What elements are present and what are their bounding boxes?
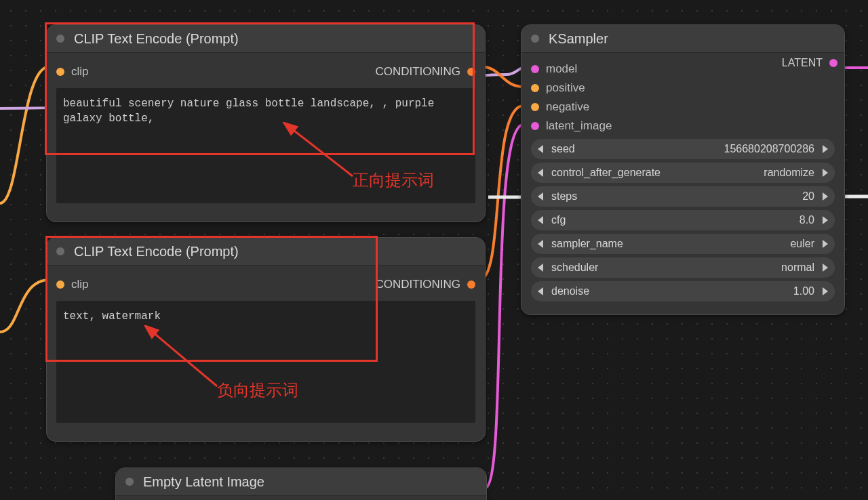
increment-arrow-icon[interactable] [823, 169, 828, 177]
node-title: CLIP Text Encode (Prompt) [74, 31, 239, 47]
port-dot-icon [531, 65, 539, 73]
decrement-arrow-icon[interactable] [538, 240, 543, 248]
node-header[interactable]: CLIP Text Encode (Prompt) [47, 238, 485, 266]
widget-label: denoise [551, 285, 589, 297]
widget-label: cfg [551, 214, 566, 226]
output-label: LATENT [782, 57, 823, 69]
widget-value[interactable]: 20 [802, 190, 814, 203]
collapse-dot-icon[interactable] [56, 35, 64, 43]
input-port-negative[interactable]: negative [531, 98, 835, 117]
port-label: clip [71, 65, 89, 79]
widget-value[interactable]: randomize [764, 167, 814, 179]
node-header[interactable]: Empty Latent Image [116, 468, 486, 496]
output-label: CONDITIONING [375, 65, 460, 79]
widget-label: steps [551, 190, 577, 203]
collapse-dot-icon[interactable] [531, 35, 539, 43]
port-dot-icon [531, 122, 539, 130]
annotation-positive-label: 正向提示词 [353, 169, 434, 191]
increment-arrow-icon[interactable] [823, 216, 828, 224]
prompt-textarea-negative[interactable] [56, 301, 475, 423]
widget-value[interactable]: euler [790, 238, 814, 250]
annotation-negative-label: 负向提示词 [217, 379, 298, 401]
widget-scheduler[interactable]: schedulernormal [531, 257, 835, 278]
port-dot-icon[interactable] [829, 59, 837, 67]
increment-arrow-icon[interactable] [823, 287, 828, 295]
port-label: positive [546, 81, 585, 95]
port-dot-icon[interactable] [467, 68, 475, 76]
widget-value[interactable]: 1.00 [793, 285, 814, 297]
node-clip-negative[interactable]: CLIP Text Encode (Prompt) clip CONDITION… [46, 237, 486, 442]
widget-steps[interactable]: steps20 [531, 186, 835, 207]
port-label: model [546, 62, 577, 76]
decrement-arrow-icon[interactable] [538, 145, 543, 153]
node-clip-positive[interactable]: CLIP Text Encode (Prompt) clip CONDITION… [46, 24, 486, 222]
increment-arrow-icon[interactable] [823, 264, 828, 272]
port-dot-icon [531, 103, 539, 111]
output-label: CONDITIONING [375, 278, 460, 291]
widget-value[interactable]: 8.0 [800, 214, 814, 226]
widget-value[interactable]: normal [781, 262, 814, 274]
input-port-latent-image[interactable]: latent_image [531, 117, 835, 136]
port-dot-icon [531, 84, 539, 92]
port-label: latent_image [546, 119, 612, 133]
input-port-clip[interactable]: clip CONDITIONING [56, 62, 475, 81]
decrement-arrow-icon[interactable] [538, 216, 543, 224]
widget-value[interactable]: 156680208700286 [724, 143, 814, 155]
node-title: KSampler [549, 31, 608, 47]
decrement-arrow-icon[interactable] [538, 264, 543, 272]
node-ksampler[interactable]: KSampler LATENT model positive negative … [521, 24, 845, 315]
widget-label: scheduler [551, 262, 598, 274]
node-empty-latent[interactable]: Empty Latent Image [115, 467, 487, 500]
decrement-arrow-icon[interactable] [538, 192, 543, 201]
input-port-positive[interactable]: positive [531, 79, 835, 98]
port-label: negative [546, 100, 589, 114]
node-title: Empty Latent Image [143, 474, 264, 490]
decrement-arrow-icon[interactable] [538, 169, 543, 177]
node-header[interactable]: CLIP Text Encode (Prompt) [47, 25, 485, 53]
widget-label: seed [551, 143, 575, 155]
widget-label: sampler_name [551, 238, 623, 250]
port-dot-icon [56, 280, 64, 289]
increment-arrow-icon[interactable] [823, 145, 828, 153]
increment-arrow-icon[interactable] [823, 240, 828, 248]
collapse-dot-icon[interactable] [125, 478, 134, 486]
input-port-clip[interactable]: clip CONDITIONING [56, 275, 475, 294]
node-header[interactable]: KSampler [521, 25, 844, 53]
port-dot-icon [56, 68, 64, 76]
widget-control-after-generate[interactable]: control_after_generaterandomize [531, 163, 835, 183]
widget-seed[interactable]: seed156680208700286 [531, 139, 835, 159]
node-title: CLIP Text Encode (Prompt) [74, 244, 239, 259]
port-dot-icon[interactable] [467, 280, 475, 289]
widget-denoise[interactable]: denoise1.00 [531, 281, 835, 301]
port-label: clip [71, 278, 89, 291]
decrement-arrow-icon[interactable] [538, 287, 543, 295]
widget-label: control_after_generate [551, 167, 660, 179]
increment-arrow-icon[interactable] [823, 192, 828, 201]
widget-cfg[interactable]: cfg8.0 [531, 210, 835, 230]
widget-sampler-name[interactable]: sampler_nameeuler [531, 234, 835, 254]
collapse-dot-icon[interactable] [56, 247, 64, 255]
